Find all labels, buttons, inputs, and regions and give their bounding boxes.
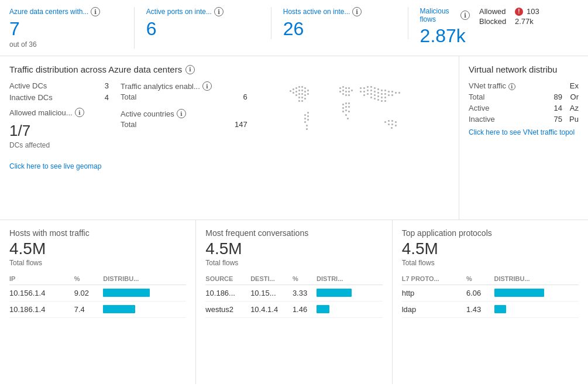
conv-pct-cell: 1.46 xyxy=(293,301,317,317)
conv-bar-cell xyxy=(317,285,383,301)
azure-dc-info-icon[interactable]: ℹ xyxy=(91,7,100,16)
dc-fraction: 1/7 xyxy=(9,122,109,140)
vnet-active-extra: Az xyxy=(567,104,579,112)
svg-rect-32 xyxy=(345,87,347,89)
geomap-link[interactable]: Click here to see live geomap xyxy=(9,162,101,170)
svg-rect-87 xyxy=(384,121,386,123)
svg-rect-18 xyxy=(301,97,303,98)
vnet-active-label: Active xyxy=(469,104,551,112)
svg-rect-58 xyxy=(377,88,379,90)
world-map-area xyxy=(259,81,449,157)
svg-rect-43 xyxy=(345,102,347,104)
vnet-active-row: Active 14 Az xyxy=(469,104,579,112)
hosts-panel-title: Hosts with most traffic xyxy=(9,228,186,238)
protocols-panel: Top application protocols 4.5M Total flo… xyxy=(393,220,588,384)
conv-pct-cell: 3.33 xyxy=(293,285,317,301)
svg-rect-22 xyxy=(304,114,306,116)
conv-dest-cell: 10.15... xyxy=(250,285,293,301)
svg-rect-56 xyxy=(370,86,372,88)
host-bar xyxy=(103,289,150,297)
svg-rect-24 xyxy=(307,115,309,117)
active-dcs-label: Active DCs xyxy=(9,81,47,90)
hosts-total-value: 4.5M xyxy=(9,239,186,259)
svg-rect-72 xyxy=(384,93,386,95)
svg-rect-93 xyxy=(395,125,397,126)
traffic-info-icon[interactable]: ℹ xyxy=(185,65,195,74)
svg-rect-85 xyxy=(381,100,383,102)
proto-bar-cell xyxy=(494,285,579,301)
svg-rect-33 xyxy=(348,87,350,89)
svg-rect-79 xyxy=(377,95,379,97)
blocked-value: 2.77k xyxy=(515,17,534,26)
svg-rect-77 xyxy=(370,93,372,95)
traffic-stats: Active DCs 3 Inactive DCs 4 Allowed mali… xyxy=(9,81,109,157)
svg-rect-35 xyxy=(342,90,344,91)
svg-rect-28 xyxy=(306,125,308,126)
svg-rect-9 xyxy=(301,90,303,91)
svg-rect-75 xyxy=(363,94,365,96)
hosts-active-info-icon[interactable]: ℹ xyxy=(352,7,362,16)
vnet-topology-link[interactable]: Click here to see VNet traffic topol xyxy=(469,128,579,136)
vnet-table: VNet traffic ℹ Ex Total 89 Or Active 14 … xyxy=(469,81,579,124)
svg-rect-23 xyxy=(307,112,309,114)
proto-name-cell: http xyxy=(402,285,466,301)
svg-rect-73 xyxy=(388,94,390,96)
svg-rect-49 xyxy=(345,109,347,111)
azure-dc-metric: Azure data centers with... ℹ 7 out of 36 xyxy=(9,7,135,49)
conversations-panel-title: Most frequent conversations xyxy=(205,228,382,238)
host-ip-cell: 10.186.1.4 xyxy=(9,301,74,317)
allowed-malicious-info-icon[interactable]: ℹ xyxy=(75,108,84,117)
svg-rect-74 xyxy=(391,94,393,96)
hosts-active-label: Hosts active on inte... ℹ xyxy=(283,7,396,16)
table-row: 10.156.1.4 9.02 xyxy=(9,285,186,301)
malicious-flows-info-icon[interactable]: ℹ xyxy=(460,11,470,20)
countries-total-label: Total xyxy=(121,120,136,129)
table-row: 10.186... 10.15... 3.33 xyxy=(205,285,382,301)
svg-rect-63 xyxy=(395,92,397,94)
vnet-total-row: Total 89 Or xyxy=(469,93,579,101)
svg-rect-19 xyxy=(304,98,306,100)
table-row: 10.186.1.4 7.4 xyxy=(9,301,186,317)
hosts-total-label: Total flows xyxy=(9,259,186,267)
svg-rect-25 xyxy=(307,119,309,121)
analytics-total-row: Total 6 xyxy=(121,93,247,101)
svg-rect-4 xyxy=(301,86,303,88)
active-ports-label: Active ports on inte... ℹ xyxy=(146,7,259,16)
svg-rect-45 xyxy=(342,107,344,109)
svg-rect-89 xyxy=(391,120,393,122)
host-bar-cell xyxy=(103,301,186,317)
vnet-info-icon[interactable]: ℹ xyxy=(508,83,515,90)
vnet-inactive-value: 75 xyxy=(551,115,562,124)
svg-rect-21 xyxy=(301,100,303,102)
hosts-dist-header: DISTRIBU... xyxy=(103,273,186,285)
inactive-dcs-row: Inactive DCs 4 xyxy=(9,93,109,102)
traffic-section: Traffic distribution across Azure data c… xyxy=(0,56,459,220)
svg-rect-46 xyxy=(345,106,347,108)
host-ip-cell: 10.156.1.4 xyxy=(9,285,74,301)
dcs-affected-label: DCs affected xyxy=(9,141,109,149)
hosts-active-metric: Hosts active on inte... ℹ 26 xyxy=(283,7,408,39)
svg-rect-88 xyxy=(388,120,390,122)
countries-info-icon[interactable]: ℹ xyxy=(177,109,186,118)
svg-rect-34 xyxy=(339,91,341,93)
table-row: ldap 1.43 xyxy=(402,301,579,317)
active-ports-info-icon[interactable]: ℹ xyxy=(214,7,223,16)
svg-rect-55 xyxy=(367,86,369,88)
svg-rect-7 xyxy=(295,91,297,93)
malicious-flows-metric: Malicious flows ℹ 2.87k Allowed ! 103 Bl… xyxy=(420,7,567,46)
analytics-info-icon[interactable]: ℹ xyxy=(202,81,212,91)
svg-rect-30 xyxy=(339,87,341,89)
vnet-inactive-extra: Pu xyxy=(567,115,579,124)
vnet-inactive-row: Inactive 75 Pu xyxy=(469,115,579,124)
allowed-badge: ! xyxy=(515,8,523,16)
svg-rect-51 xyxy=(345,114,347,116)
vnet-extra-col-header: Ex xyxy=(567,81,579,90)
conv-bar xyxy=(317,289,352,297)
svg-rect-13 xyxy=(298,93,300,95)
svg-rect-2 xyxy=(295,87,297,89)
host-pct-cell: 7.4 xyxy=(74,301,104,317)
sections-row: Traffic distribution across Azure data c… xyxy=(0,56,588,220)
svg-rect-76 xyxy=(367,93,369,95)
malicious-flows-value: 2.87k xyxy=(420,26,470,46)
svg-rect-59 xyxy=(381,90,383,91)
